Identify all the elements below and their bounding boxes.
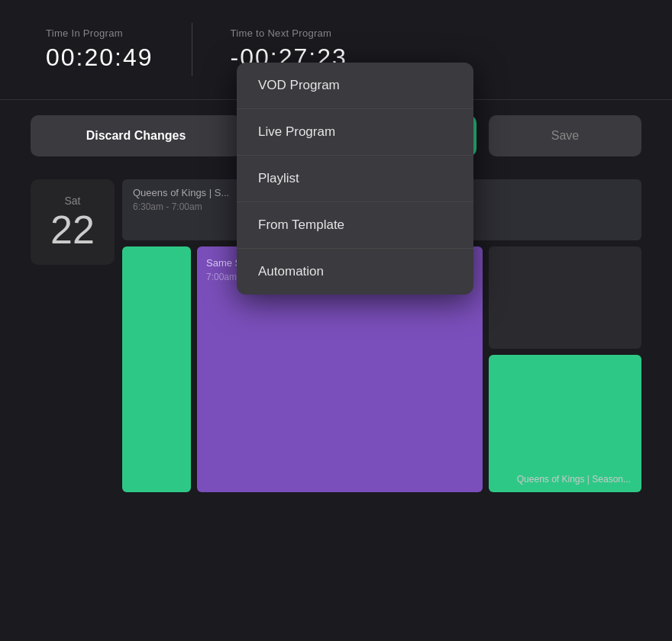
right-green-block [489, 355, 641, 492]
dropdown-item-vod[interactable]: VOD Program [237, 63, 473, 109]
right-slot-top [489, 246, 641, 349]
dropdown-item-from-template[interactable]: From Template [237, 202, 473, 249]
day-name: Sat [64, 195, 80, 207]
dropdown-item-playlist[interactable]: Playlist [237, 156, 473, 202]
day-number: 22 [50, 210, 95, 250]
add-program-dropdown: VOD Program Live Program Playlist From T… [237, 63, 473, 295]
right-column [489, 246, 641, 492]
time-in-program-stat: Time In Program 00:20:49 [46, 27, 153, 72]
bottom-program-label: Queens of Kings | Season... [517, 474, 631, 485]
save-button[interactable]: Save [489, 115, 641, 156]
stat-divider [192, 23, 192, 76]
dropdown-item-live[interactable]: Live Program [237, 109, 473, 156]
dropdown-item-automation[interactable]: Automation [237, 249, 473, 295]
time-in-program-label: Time In Program [46, 27, 153, 39]
green-block-left [122, 246, 191, 492]
discard-changes-button[interactable]: Discard Changes [31, 115, 241, 156]
time-to-next-label: Time to Next Program [231, 27, 347, 39]
date-column: Sat 22 [31, 179, 115, 265]
time-in-program-value: 00:20:49 [46, 43, 153, 72]
